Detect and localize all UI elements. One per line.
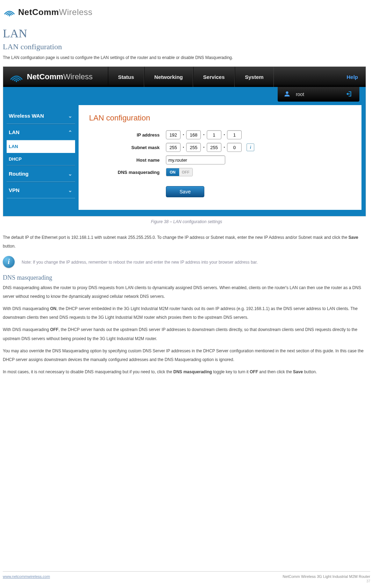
chevron-down-icon: ⌄ bbox=[68, 188, 72, 193]
dns-heading: DNS masquerading bbox=[3, 274, 370, 281]
text: button. bbox=[3, 244, 16, 249]
sidebar-item-lan[interactable]: LAN ⌃ bbox=[7, 124, 75, 140]
para-default-ip: The default IP of the Ethernet port is 1… bbox=[3, 233, 370, 251]
save-button[interactable]: Save bbox=[166, 186, 204, 197]
dns-p2: With DNS masquerading ON, the DHCP serve… bbox=[3, 304, 370, 322]
logout-icon[interactable] bbox=[345, 90, 353, 99]
brand-text: NetCommWireless bbox=[27, 72, 93, 81]
info-bubble-icon: i bbox=[3, 256, 15, 268]
mask-octet-1[interactable] bbox=[166, 143, 181, 152]
bold-dnsmasq: DNS masquerading bbox=[173, 369, 212, 374]
wifi-arcs-icon bbox=[3, 6, 15, 19]
sidebar: Wireless WAN ⌄ LAN ⌃ LAN DHCP Routing ⌄ … bbox=[3, 102, 79, 216]
section-title: LAN bbox=[3, 27, 370, 40]
svg-point-0 bbox=[9, 15, 10, 16]
mask-octet-2[interactable] bbox=[186, 143, 201, 152]
doc-logo-text: NetCommWireless bbox=[18, 7, 93, 17]
text: and then click the bbox=[258, 369, 293, 374]
text: toggle key to turn it bbox=[212, 369, 250, 374]
form-title: LAN configuration bbox=[89, 113, 351, 123]
doc-footer: www.netcommwireless.com NetComm Wireless… bbox=[3, 571, 370, 583]
footer-product: NetComm Wireless 3G Light Industrial M2M… bbox=[283, 574, 370, 579]
mask-octet-4[interactable] bbox=[227, 143, 242, 152]
footer-page: 37 bbox=[283, 579, 370, 583]
ip-octet-4[interactable] bbox=[227, 130, 242, 139]
sidebar-sub-dhcp[interactable]: DHCP bbox=[7, 153, 75, 166]
text: With DNS masquerading bbox=[3, 327, 50, 332]
sidebar-label-vpn: VPN bbox=[9, 187, 20, 193]
bold-save2: Save bbox=[293, 369, 303, 374]
main-row: Wireless WAN ⌄ LAN ⌃ LAN DHCP Routing ⌄ … bbox=[3, 102, 366, 216]
router-brand: NetCommWireless bbox=[3, 69, 108, 84]
chevron-down-icon: ⌄ bbox=[68, 113, 72, 119]
sidebar-item-vpn[interactable]: VPN ⌄ bbox=[7, 182, 75, 198]
chevron-up-icon: ⌃ bbox=[68, 130, 72, 135]
bold-on: ON bbox=[50, 306, 56, 311]
footer-url[interactable]: www.netcommwireless.com bbox=[3, 574, 50, 583]
router-screenshot: NetCommWireless Status Networking Servic… bbox=[3, 66, 366, 216]
note-text: Note: If you change the IP address, reme… bbox=[22, 256, 258, 266]
row-dns-masq: DNS masquerading ON OFF bbox=[89, 168, 351, 176]
dot-icon: · bbox=[203, 144, 204, 150]
info-icon[interactable]: i bbox=[247, 144, 254, 151]
sidebar-item-routing[interactable]: Routing ⌄ bbox=[7, 166, 75, 182]
nav-status[interactable]: Status bbox=[108, 67, 144, 87]
sidebar-subgroup-lan: LAN DHCP bbox=[7, 140, 75, 166]
toggle-on: ON bbox=[166, 168, 179, 176]
bold-off2: OFF bbox=[250, 369, 258, 374]
row-mask: Subnet mask · · · i bbox=[89, 143, 351, 152]
ip-octet-1[interactable] bbox=[166, 130, 181, 139]
sidebar-item-wwan[interactable]: Wireless WAN ⌄ bbox=[7, 108, 75, 124]
dot-icon: · bbox=[224, 132, 225, 138]
mask-octet-3[interactable] bbox=[207, 143, 221, 152]
label-ip: IP address bbox=[89, 132, 166, 138]
dns-p4: You may also override the DNS Masqueradi… bbox=[3, 347, 370, 364]
text: button. bbox=[303, 369, 317, 374]
sidebar-label-wwan: Wireless WAN bbox=[9, 113, 44, 119]
dot-icon: · bbox=[203, 132, 204, 138]
user-icon bbox=[283, 90, 291, 99]
text: The default IP of the Ethernet port is 1… bbox=[3, 235, 349, 240]
dot-icon: · bbox=[224, 144, 225, 150]
ip-octet-2[interactable] bbox=[186, 130, 201, 139]
figure-caption: Figure 38 – LAN configuration settings bbox=[3, 219, 370, 224]
nav-help[interactable]: Help bbox=[342, 67, 366, 87]
brand-bold: NetComm bbox=[27, 72, 63, 81]
chevron-down-icon: ⌄ bbox=[68, 171, 72, 177]
row-ip: IP address · · · bbox=[89, 130, 351, 139]
note-callout: i Note: If you change the IP address, re… bbox=[3, 256, 370, 268]
text: In most cases, it is not necessary to di… bbox=[3, 369, 173, 374]
sidebar-sub-lan[interactable]: LAN bbox=[7, 140, 75, 153]
bold-off: OFF bbox=[50, 327, 58, 332]
sidebar-label-routing: Routing bbox=[9, 171, 29, 177]
label-mask: Subnet mask bbox=[89, 145, 166, 150]
nav-services[interactable]: Services bbox=[193, 67, 235, 87]
nav-networking[interactable]: Networking bbox=[144, 67, 193, 87]
bold-save: Save bbox=[349, 235, 358, 240]
label-hostname: Host name bbox=[89, 157, 166, 163]
dot-icon: · bbox=[183, 144, 184, 150]
dns-p3: With DNS masquerading OFF, the DHCP serv… bbox=[3, 325, 370, 343]
brand-light: Wireless bbox=[63, 72, 93, 81]
label-dns-masq: DNS masquerading bbox=[89, 170, 166, 175]
dns-p1: DNS masquerading allows the router to pr… bbox=[3, 284, 370, 301]
dns-masq-toggle[interactable]: ON OFF bbox=[166, 168, 193, 176]
nav-system[interactable]: System bbox=[235, 67, 273, 87]
logo-bold: NetComm bbox=[18, 7, 59, 17]
dns-p5: In most cases, it is not necessary to di… bbox=[3, 368, 370, 376]
ip-octet-3[interactable] bbox=[207, 130, 221, 139]
toggle-off: OFF bbox=[179, 168, 192, 176]
top-nav: Status Networking Services System Help bbox=[108, 67, 366, 87]
sidebar-label-lan: LAN bbox=[9, 129, 20, 135]
topbar: NetCommWireless Status Networking Servic… bbox=[3, 67, 366, 87]
text: With DNS masquerading bbox=[3, 306, 50, 311]
dot-icon: · bbox=[183, 132, 184, 138]
logo-light: Wireless bbox=[59, 7, 93, 17]
ip-octets: · · · bbox=[166, 130, 242, 139]
content-panel: LAN configuration IP address · · · Subne… bbox=[79, 105, 361, 210]
hostname-input[interactable] bbox=[166, 155, 225, 164]
svg-point-1 bbox=[16, 80, 17, 82]
footer-right: NetComm Wireless 3G Light Industrial M2M… bbox=[283, 574, 370, 583]
wifi-arcs-icon bbox=[9, 69, 23, 84]
text: , the DHCP server embedded in the 3G Lig… bbox=[3, 306, 358, 320]
